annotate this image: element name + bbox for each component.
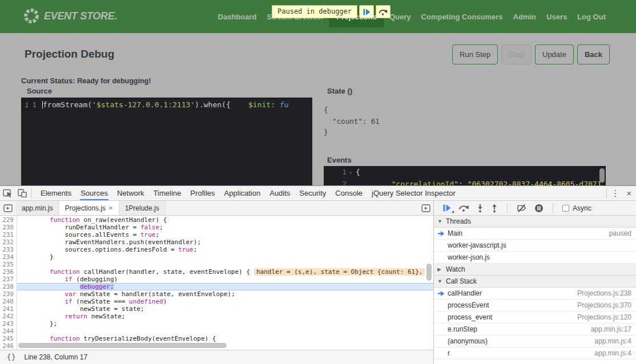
navigator-toggle-button[interactable] (0, 201, 16, 215)
deactivate-breakpoints-button[interactable] (517, 204, 527, 212)
line-number-242[interactable]: 242 (0, 313, 17, 320)
code-text: if (newState === undefined) (17, 298, 433, 305)
line-number-246[interactable]: 246 (0, 342, 17, 350)
code-text: function tryDeserializeBody(eventEnvelop… (17, 335, 433, 342)
line-number-241[interactable]: 241 (0, 305, 17, 313)
close-tab-icon[interactable]: × (108, 204, 113, 212)
file-tab-app-min-js[interactable]: app.min.js (16, 201, 59, 215)
callstack-frame-r[interactable]: rapp.min.js:4 (434, 347, 636, 359)
more-tabs-button[interactable] (418, 201, 433, 215)
code-line: 235 (0, 261, 433, 268)
device-toolbar-button[interactable] (15, 187, 30, 200)
line-number-245[interactable]: 245 (0, 335, 17, 342)
code-line: 237 if (debugging) (0, 276, 433, 283)
line-number-240[interactable]: 240 (0, 298, 17, 305)
devtools-tab-timeline[interactable]: Timeline (149, 186, 186, 200)
nav-item-competing-consumers[interactable]: Competing Consumers (416, 6, 508, 27)
code-line: 243 }; (0, 320, 433, 327)
nav-item-log-out[interactable]: Log Out (572, 6, 611, 27)
file-tab-1prelude-js[interactable]: 1Prelude.js (119, 201, 166, 215)
step-over-button[interactable] (458, 204, 469, 212)
info-icon: i (25, 100, 29, 111)
collapsed-triangle-icon: ▶ (437, 266, 442, 272)
watch-section-header[interactable]: ▶ Watch (434, 264, 636, 276)
line-number-232[interactable]: 232 (0, 238, 17, 246)
devtools-tab-profiles[interactable]: Profiles (186, 186, 219, 200)
step-out-button[interactable] (491, 204, 498, 213)
devtools-tab-jquery-selector-inspector[interactable]: jQuery Selector Inspector (367, 186, 460, 200)
events-editor[interactable]: 1▾ { 2▾ "correlationId": "06302702-8837-… (324, 166, 606, 185)
events-gutter-2[interactable]: 2▾ (324, 178, 356, 185)
horizontal-scrollbar[interactable] (18, 343, 227, 348)
file-tabs-bar: app.min.jsProjections.js×1Prelude.js (0, 201, 433, 216)
code-text: if (debugging) (17, 276, 433, 283)
nav-item-users[interactable]: Users (541, 6, 572, 27)
file-tab-projections-js[interactable]: Projections.js× (59, 201, 119, 215)
devtools-tab-audits[interactable]: Audits (265, 186, 295, 200)
callstack-frame-process-event[interactable]: process_eventProjections.js:120 (434, 312, 636, 323)
brand[interactable]: EVENT STORE. (23, 7, 117, 25)
line-number-238[interactable]: 238 (0, 283, 17, 290)
events-gutter-1[interactable]: 1▾ (324, 166, 356, 178)
line-number-244[interactable]: 244 (0, 327, 17, 335)
run-step-button[interactable]: Run Step (452, 45, 498, 64)
devtools-tab-security[interactable]: Security (295, 186, 331, 200)
code-editor[interactable]: 229 function on_raw(eventHandler) {230 r… (0, 216, 433, 350)
callstack-section-header[interactable]: ▼ Call Stack (434, 276, 636, 288)
step-over-banner-button[interactable] (376, 5, 391, 18)
async-label: Async (573, 204, 591, 212)
callstack-frame-callhandler[interactable]: callHandlerProjections.js:238 (434, 288, 636, 300)
callstack-frame-e-runstep[interactable]: e.runStepapp.min.js:17 (434, 323, 636, 335)
frame-function: process_event (448, 313, 492, 321)
pretty-print-button[interactable]: {} (7, 353, 16, 361)
line-number-237[interactable]: 237 (0, 276, 17, 283)
frame-location: app.min.js:4 (594, 349, 631, 357)
code-line: 233 sources.options.definesFold = true; (0, 246, 433, 253)
resume-script-button[interactable] (359, 5, 374, 18)
panel-toggle-icon (3, 204, 13, 212)
line-number-235[interactable]: 235 (0, 261, 17, 268)
line-number-234[interactable]: 234 (0, 253, 17, 261)
paused-banner-text: Paused in debugger (272, 5, 357, 18)
events-scrollbar[interactable] (599, 168, 605, 183)
devtools-tab-console[interactable]: Console (331, 186, 367, 200)
devtools-tab-sources[interactable]: Sources (76, 186, 112, 200)
resume-button[interactable] (443, 204, 451, 212)
debugger-toolbar: Async (434, 201, 636, 216)
code-line: 244 (0, 327, 433, 335)
inspect-element-button[interactable] (0, 187, 15, 200)
step-into-button[interactable] (477, 204, 484, 213)
line-number-231[interactable]: 231 (0, 231, 17, 238)
thread-worker-json-js[interactable]: worker-json.js (434, 252, 636, 264)
update-button[interactable]: Update (535, 45, 574, 64)
line-number-236[interactable]: 236 (0, 268, 17, 276)
devtools-tab-elements[interactable]: Elements (36, 186, 76, 200)
code-text: debugger; (17, 283, 433, 290)
inspect-icon (3, 189, 13, 198)
thread-worker-javascript-js[interactable]: worker-javascript.js (434, 240, 636, 252)
line-number-229[interactable]: 229 (0, 216, 17, 224)
callstack-list: callHandlerProjections.js:238processEven… (434, 288, 636, 359)
event-store-logo-icon (23, 7, 40, 25)
nav-item-admin[interactable]: Admin (508, 6, 541, 27)
code-line: 239 var newState = handler(state, eventE… (0, 290, 433, 298)
pause-on-exceptions-button[interactable] (534, 204, 544, 213)
callstack-frame-anonymous[interactable]: (anonymous)app.min.js:4 (434, 335, 636, 347)
vertical-scrollbar[interactable] (426, 264, 432, 281)
line-number-233[interactable]: 233 (0, 246, 17, 253)
devtools-tab-network[interactable]: Network (112, 186, 149, 200)
devtools-tab-application[interactable]: Application (220, 186, 265, 200)
devtools-menu-button[interactable]: ⋮ (609, 188, 622, 199)
line-number-230[interactable]: 230 (0, 224, 17, 231)
fold-toggle-icon[interactable]: ▾ (349, 169, 352, 176)
thread-main[interactable]: Mainpaused (434, 228, 636, 240)
line-number-243[interactable]: 243 (0, 320, 17, 327)
nav-item-dashboard[interactable]: Dashboard (213, 6, 262, 27)
callstack-frame-processevent[interactable]: processEventProjections.js:370 (434, 300, 636, 312)
back-button[interactable]: Back (577, 45, 610, 64)
threads-section-header[interactable]: ▼ Threads (434, 216, 636, 228)
devtools-close-button[interactable]: × (622, 188, 636, 198)
line-number-239[interactable]: 239 (0, 290, 17, 298)
async-checkbox[interactable] (562, 205, 569, 212)
source-editor[interactable]: i 1 fromStream('$stats-127.0.0.1:2113').… (21, 98, 312, 185)
